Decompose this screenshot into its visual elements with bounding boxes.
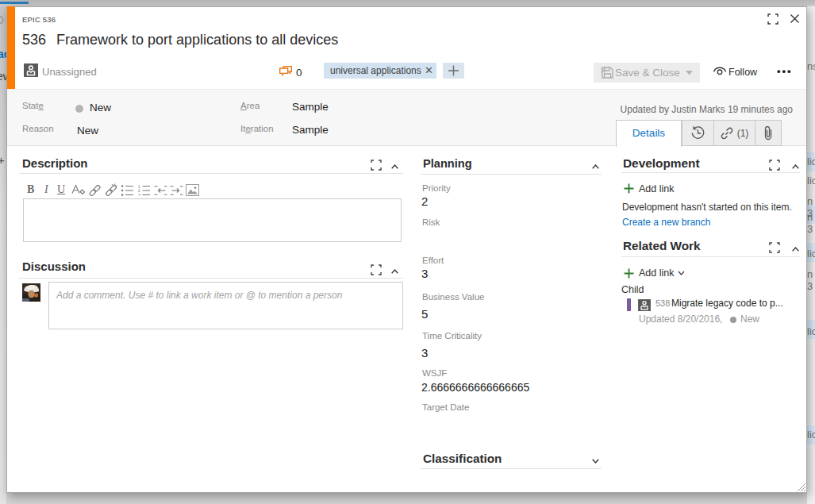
svg-text:3: 3 [138,194,140,196]
svg-text:2: 2 [138,189,140,193]
svg-text:1: 1 [138,185,140,189]
